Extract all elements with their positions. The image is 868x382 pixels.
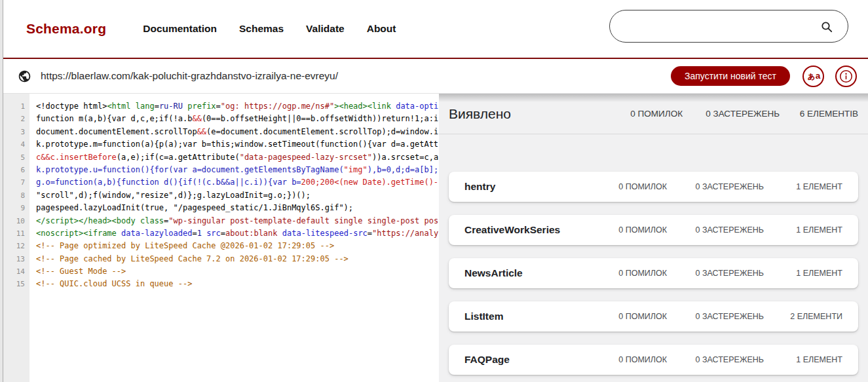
result-row[interactable]: FAQPage0 ПОМИЛОК0 ЗАСТЕРЕЖЕНЬ1 ЕЛЕМЕНТ bbox=[449, 345, 858, 375]
line-number: 10 bbox=[3, 215, 29, 227]
code-line: 14<!-- Guest Mode --> bbox=[3, 265, 439, 278]
info-button[interactable] bbox=[835, 66, 857, 87]
code-text: <!-- Page cached by LiteSpeed Cache 7.2 … bbox=[29, 253, 349, 265]
row-items: 2 ЕЛЕМЕНТИ bbox=[783, 312, 842, 321]
code-text: k.prototype.u=function(){for(var a=docum… bbox=[29, 164, 438, 176]
row-warnings: 0 ЗАСТЕРЕЖЕНЬ bbox=[687, 355, 764, 364]
code-lines: 1<!doctype html><html lang=ru-RU prefix=… bbox=[3, 100, 439, 291]
code-line: 11<noscript><iframe data-lazyloaded=1 sr… bbox=[3, 227, 439, 240]
row-items: 1 ЕЛЕМЕНТ bbox=[783, 225, 842, 235]
result-type-name: FAQPage bbox=[464, 354, 510, 366]
result-row[interactable]: hentry0 ПОМИЛОК0 ЗАСТЕРЕЖЕНЬ1 ЕЛЕМЕНТ bbox=[449, 172, 858, 202]
line-number: 12 bbox=[3, 240, 29, 252]
code-text: document.documentElement.scrollTop&&(e=d… bbox=[29, 126, 438, 138]
nav-item-schemas[interactable]: Schemas bbox=[239, 23, 284, 35]
language-button[interactable]: ぁa bbox=[802, 66, 824, 87]
result-cards: hentry0 ПОМИЛОК0 ЗАСТЕРЕЖЕНЬ1 ЕЛЕМЕНТCre… bbox=[439, 134, 868, 375]
main-nav: Documentation Schemas Validate About bbox=[143, 23, 396, 35]
results-title: Виявлено bbox=[449, 106, 511, 122]
tested-url: https://blaerlaw.com/kak-poluchit-grazhd… bbox=[41, 70, 338, 82]
row-errors: 0 ПОМИЛОК bbox=[607, 312, 667, 321]
line-number: 4 bbox=[3, 138, 29, 151]
nav-item-validate[interactable]: Validate bbox=[306, 23, 345, 35]
code-text: <!-- Guest Mode --> bbox=[29, 265, 126, 278]
code-line: 10</script></head><body class="wp-singul… bbox=[3, 215, 439, 227]
row-errors: 0 ПОМИЛОК bbox=[607, 269, 667, 278]
line-number: 13 bbox=[3, 253, 29, 265]
row-warnings: 0 ЗАСТЕРЕЖЕНЬ bbox=[687, 269, 764, 278]
line-number: 3 bbox=[3, 126, 29, 138]
line-number: 8 bbox=[3, 189, 29, 202]
code-line: 13<!-- Page cached by LiteSpeed Cache 7.… bbox=[3, 253, 439, 265]
row-errors: 0 ПОМИЛОК bbox=[607, 182, 667, 191]
code-line: 4k.prototype.m=function(a){p(a);var b=th… bbox=[3, 138, 439, 151]
code-line: 1<!doctype html><html lang=ru-RU prefix=… bbox=[3, 100, 439, 113]
line-number: 2 bbox=[3, 113, 29, 125]
line-number: 9 bbox=[3, 202, 29, 214]
row-errors: 0 ПОМИЛОК bbox=[607, 225, 667, 235]
url-toolbar: https://blaerlaw.com/kak-poluchit-grazhd… bbox=[0, 59, 868, 94]
result-type-name: ListItem bbox=[464, 311, 503, 322]
code-text: c&&c.insertBefore(a,e);if(c=a.getAttribu… bbox=[29, 151, 438, 164]
code-text: k.prototype.m=function(a){p(a);var b=thi… bbox=[29, 138, 438, 151]
code-text: <noscript><iframe data-lazyloaded=1 src=… bbox=[29, 227, 438, 240]
code-line: 7g.o=function(a,b){function d(){if(!(c.b… bbox=[3, 176, 439, 189]
site-header: Schema.org Documentation Schemas Validat… bbox=[0, 0, 868, 59]
code-text: </script></head><body class="wp-singular… bbox=[29, 215, 438, 227]
result-type-name: CreativeWorkSeries bbox=[464, 224, 560, 236]
code-text: <!-- Page optimized by LiteSpeed Cache @… bbox=[29, 240, 334, 252]
line-number: 14 bbox=[3, 265, 29, 278]
summary-warnings: 0 ЗАСТЕРЕЖЕНЬ bbox=[702, 109, 780, 119]
row-errors: 0 ПОМИЛОК bbox=[607, 355, 667, 364]
nav-item-documentation[interactable]: Documentation bbox=[143, 23, 217, 35]
code-line: 12<!-- Page optimized by LiteSpeed Cache… bbox=[3, 240, 439, 252]
code-line: 15<!-- QUIC.cloud UCSS in queue --> bbox=[3, 278, 439, 290]
code-line: 8"scroll",d);f(window,"resize",d)};g.laz… bbox=[3, 189, 439, 202]
results-panel: Виявлено 0 ПОМИЛОК 0 ЗАСТЕРЕЖЕНЬ 6 ЕЛЕМЕ… bbox=[439, 94, 868, 382]
result-row-stats: 0 ПОМИЛОК0 ЗАСТЕРЕЖЕНЬ2 ЕЛЕМЕНТИ bbox=[607, 312, 842, 321]
result-row-stats: 0 ПОМИЛОК0 ЗАСТЕРЕЖЕНЬ1 ЕЛЕМЕНТ bbox=[607, 182, 842, 191]
run-new-test-button[interactable]: Запустити новий тест bbox=[671, 66, 790, 86]
row-warnings: 0 ЗАСТЕРЕЖЕНЬ bbox=[687, 182, 764, 191]
summary-errors: 0 ПОМИЛОК bbox=[622, 109, 683, 119]
result-type-name: NewsArticle bbox=[464, 267, 523, 279]
code-text: "scroll",d);f(window,"resize",d)};g.lazy… bbox=[29, 189, 311, 202]
code-line: 6k.prototype.u=function(){for(var a=docu… bbox=[3, 164, 439, 176]
row-items: 1 ЕЛЕМЕНТ bbox=[783, 182, 842, 191]
schema-org-logo[interactable]: Schema.org bbox=[26, 21, 106, 37]
line-number: 11 bbox=[3, 227, 29, 240]
line-number: 1 bbox=[3, 100, 29, 113]
code-line: 9pagespeed.lazyLoadInit(true, "/pagespee… bbox=[3, 202, 439, 214]
language-icon: ぁa bbox=[806, 70, 820, 82]
code-text: function m(a,b){var d,c,e;if(!a.b&&(0==b… bbox=[29, 113, 438, 125]
row-items: 1 ЕЛЕМЕНТ bbox=[783, 355, 842, 364]
line-number: 6 bbox=[3, 164, 29, 176]
code-line: 2function m(a,b){var d,c,e;if(!a.b&&(0==… bbox=[3, 113, 439, 125]
line-number: 5 bbox=[3, 151, 29, 164]
code-text: <!doctype html><html lang=ru-RU prefix="… bbox=[29, 100, 438, 113]
nav-item-about[interactable]: About bbox=[367, 23, 396, 35]
row-warnings: 0 ЗАСТЕРЕЖЕНЬ bbox=[687, 312, 764, 321]
code-line: 5c&&c.insertBefore(a,e);if(c=a.getAttrib… bbox=[3, 151, 439, 164]
results-header: Виявлено 0 ПОМИЛОК 0 ЗАСТЕРЕЖЕНЬ 6 ЕЛЕМЕ… bbox=[439, 94, 868, 134]
code-text: g.o=function(a,b){function d(){if(!(c.b&… bbox=[29, 176, 438, 189]
results-summary: 0 ПОМИЛОК 0 ЗАСТЕРЕЖЕНЬ 6 ЕЛЕМЕНТІВ bbox=[622, 109, 858, 119]
result-row-stats: 0 ПОМИЛОК0 ЗАСТЕРЕЖЕНЬ1 ЕЛЕМЕНТ bbox=[607, 355, 842, 364]
info-icon bbox=[839, 69, 853, 83]
code-text: pagespeed.lazyLoadInit(true, "/pagespeed… bbox=[29, 202, 353, 214]
result-row[interactable]: CreativeWorkSeries0 ПОМИЛОК0 ЗАСТЕРЕЖЕНЬ… bbox=[449, 215, 858, 245]
row-warnings: 0 ЗАСТЕРЕЖЕНЬ bbox=[687, 225, 764, 235]
result-row-stats: 0 ПОМИЛОК0 ЗАСТЕРЕЖЕНЬ1 ЕЛЕМЕНТ bbox=[607, 269, 842, 278]
summary-items: 6 ЕЛЕМЕНТІВ bbox=[799, 109, 858, 119]
result-type-name: hentry bbox=[464, 181, 495, 193]
code-line: 3document.documentElement.scrollTop&&(e=… bbox=[3, 126, 439, 138]
code-panel[interactable]: 1<!doctype html><html lang=ru-RU prefix=… bbox=[3, 94, 439, 382]
globe-icon bbox=[18, 69, 31, 83]
search-icon bbox=[819, 19, 835, 35]
window-edge bbox=[0, 0, 3, 382]
search-input[interactable] bbox=[609, 10, 848, 43]
result-row-stats: 0 ПОМИЛОК0 ЗАСТЕРЕЖЕНЬ1 ЕЛЕМЕНТ bbox=[607, 225, 842, 235]
result-row[interactable]: ListItem0 ПОМИЛОК0 ЗАСТЕРЕЖЕНЬ2 ЕЛЕМЕНТИ bbox=[449, 301, 858, 332]
line-number: 15 bbox=[3, 278, 29, 290]
result-row[interactable]: NewsArticle0 ПОМИЛОК0 ЗАСТЕРЕЖЕНЬ1 ЕЛЕМЕ… bbox=[449, 258, 858, 288]
